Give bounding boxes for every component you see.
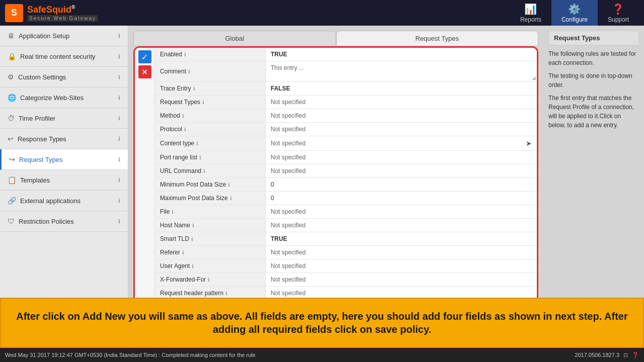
nav-support[interactable]: ❓ Support	[598, 0, 639, 26]
logo-text: SafeSquid® Secure Web Gateway	[27, 5, 98, 22]
field-row-user-agent: User Agent ℹ Not specified	[155, 259, 537, 273]
field-row-port-range: Port range list ℹ Not specified	[155, 151, 537, 164]
value-trace: FALSE	[266, 82, 537, 95]
external-icon: 🔗	[8, 197, 16, 205]
content-area: Global Request Types ✓ ✕ Enabled	[128, 26, 543, 298]
label-protocol: Protocol ℹ	[155, 123, 266, 136]
tab-request-types[interactable]: Request Types	[336, 31, 539, 46]
value-content-type: Not specified ➤	[266, 136, 537, 150]
fields-section: Enabled ℹ TRUE Comment ℹ	[155, 48, 537, 298]
sidebar-item-response-types[interactable]: ↩ Response Types ℹ	[0, 129, 128, 149]
sidebar-item-custom-settings[interactable]: ⚙ Custom Settings ℹ	[0, 67, 128, 87]
nav-reports[interactable]: 📊 Reports	[510, 0, 551, 26]
main-table: ✓ ✕ Enabled ℹ TRUE	[133, 46, 538, 298]
info-method: ℹ	[182, 113, 184, 119]
value-method: Not specified	[266, 109, 537, 122]
label-max-post: Maximum Post Data Size ℹ	[155, 192, 266, 205]
delete-button[interactable]: ✕	[138, 65, 151, 78]
enable-button[interactable]: ✓	[138, 50, 151, 63]
field-row-enabled: Enabled ℹ TRUE	[155, 48, 537, 61]
sidebar: 🖥 Application Setup ℹ 🔒 Real time conten…	[0, 26, 128, 298]
info-referer: ℹ	[182, 250, 184, 255]
value-referer: Not specified	[266, 246, 537, 259]
info-protocol: ℹ	[184, 127, 186, 132]
info-icon-1: ℹ	[118, 53, 120, 60]
info-icon-7: ℹ	[118, 177, 120, 184]
restriction-icon: 🛡	[8, 217, 15, 225]
field-row-min-post: Minimum Post Data Size ℹ 0	[155, 178, 537, 192]
sidebar-item-label: Request Types	[19, 156, 62, 163]
sidebar-item-external-apps[interactable]: 🔗 External applications ℹ	[0, 191, 128, 211]
info-icon-9: ℹ	[118, 218, 120, 225]
status-icon-1[interactable]: ⊡	[623, 352, 628, 358]
value-smart-tld: TRUE	[266, 232, 537, 245]
info-icon-6: ℹ	[118, 156, 120, 163]
info-user-agent: ℹ	[192, 263, 194, 269]
value-port-range: Not specified	[266, 151, 537, 164]
sidebar-item-label: Time Profiler	[19, 115, 55, 122]
value-header-pattern: Not specified	[266, 287, 537, 298]
content-tabs: Global Request Types	[133, 31, 538, 46]
logo-area: S SafeSquid® Secure Web Gateway	[5, 4, 510, 22]
value-enabled: TRUE	[266, 48, 537, 61]
table-inner: ✓ ✕ Enabled ℹ TRUE	[135, 48, 537, 298]
info-trace: ℹ	[193, 86, 195, 92]
sidebar-item-application-setup[interactable]: 🖥 Application Setup ℹ	[0, 26, 128, 46]
sidebar-item-categorize-websites[interactable]: 🌐 Categorize Web-Sites ℹ	[0, 87, 128, 108]
templates-icon: 📋	[8, 176, 16, 184]
sidebar-item-request-types[interactable]: ↪ Request Types ℹ	[0, 149, 128, 170]
value-max-post: 0	[266, 192, 537, 205]
logo-icon: S	[5, 4, 23, 22]
reports-icon: 📊	[524, 3, 537, 15]
info-icon-8: ℹ	[118, 198, 120, 204]
tab-global[interactable]: Global	[133, 31, 336, 46]
logo-squid: Squid	[46, 5, 71, 15]
logo-subtitle: Secure Web Gateway	[27, 15, 98, 22]
value-file: Not specified	[266, 205, 537, 218]
nav-configure-label: Configure	[561, 16, 588, 23]
logo-name: SafeSquid®	[27, 5, 98, 15]
annotation-bar: After click on Add New you will same as …	[0, 298, 644, 348]
label-min-post: Minimum Post Data Size ℹ	[155, 178, 266, 191]
label-user-agent: User Agent ℹ	[155, 259, 266, 273]
field-row-trace: Trace Entry ℹ FALSE	[155, 82, 537, 96]
label-file: File ℹ	[155, 205, 266, 218]
nav-configure[interactable]: ⚙️ Configure	[551, 0, 598, 26]
status-version: 2017.0506.1827.3	[575, 352, 619, 358]
sidebar-item-templates[interactable]: 📋 Templates ℹ	[0, 170, 128, 191]
field-row-max-post: Maximum Post Data Size ℹ 0	[155, 192, 537, 205]
status-icon-2[interactable]: ❓	[632, 352, 639, 358]
value-user-agent: Not specified	[266, 259, 537, 273]
right-panel-text-3: The first entry that matches the Request…	[548, 94, 639, 130]
value-request-types: Not specified	[266, 96, 537, 109]
field-row-hostname: Host Name ℹ Not specified	[155, 219, 537, 232]
info-max-post: ℹ	[230, 196, 232, 201]
right-panel: Request Types The following rules are te…	[543, 26, 644, 298]
label-method: Method ℹ	[155, 109, 266, 122]
info-icon-0: ℹ	[118, 33, 120, 39]
label-url-command: URL Command ℹ	[155, 164, 266, 177]
field-row-referer: Referer ℹ Not specified	[155, 246, 537, 259]
info-icon-2: ℹ	[118, 74, 120, 80]
configure-icon: ⚙️	[568, 3, 581, 15]
info-hostname: ℹ	[192, 223, 194, 228]
info-min-post: ℹ	[228, 182, 230, 188]
info-x-forwarded: ℹ	[208, 277, 210, 283]
sidebar-item-label: Categorize Web-Sites	[20, 94, 84, 102]
info-content-type: ℹ	[196, 141, 198, 146]
status-left: Wed May 31 2017 19:12:47 GMT+0530 (India…	[5, 352, 256, 358]
value-hostname: Not specified	[266, 219, 537, 232]
main-layout: 🖥 Application Setup ℹ 🔒 Real time conten…	[0, 26, 644, 298]
label-smart-tld: Smart TLD ℹ	[155, 232, 266, 245]
sidebar-item-time-profiler[interactable]: ⏱ Time Profiler ℹ	[0, 108, 128, 129]
nav-reports-label: Reports	[520, 16, 541, 23]
label-enabled: Enabled ℹ	[155, 48, 266, 61]
value-min-post: 0	[266, 178, 537, 191]
sidebar-item-restriction-policies[interactable]: 🛡 Restriction Policies ℹ	[0, 211, 128, 232]
sidebar-item-label: Custom Settings	[18, 73, 66, 81]
header: S SafeSquid® Secure Web Gateway 📊 Report…	[0, 0, 644, 26]
sidebar-item-realtime-content[interactable]: 🔒 Real time content security ℹ	[0, 46, 128, 67]
info-icon-3: ℹ	[118, 95, 120, 101]
label-port-range: Port range list ℹ	[155, 151, 266, 164]
custom-icon: ⚙	[8, 73, 14, 81]
